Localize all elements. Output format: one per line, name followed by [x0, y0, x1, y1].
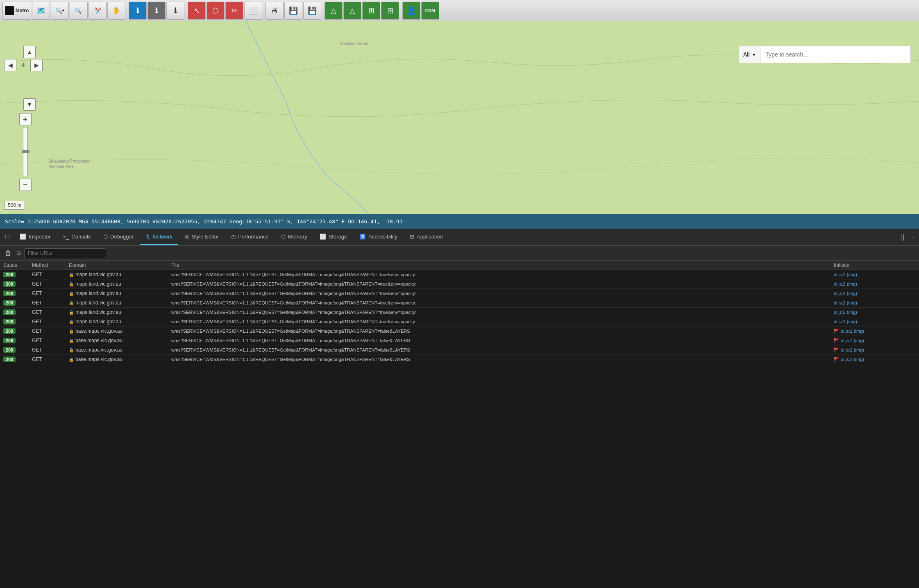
- zoom-out-btn[interactable]: 🔍-: [70, 2, 88, 20]
- network-table: Status Method Domain File Initiator 200 …: [0, 261, 919, 588]
- initiator-cell[interactable]: ol.js:2 (img): [834, 310, 916, 315]
- table-row[interactable]: 200 GET 🔒base.maps.vic.gov.au wms?SERVIC…: [0, 336, 919, 345]
- scale-label: 500 m: [8, 202, 21, 208]
- triangle1-btn[interactable]: △: [324, 2, 343, 20]
- map-background: Bríakolong Prnspector National Park Youa…: [0, 21, 919, 214]
- table-row[interactable]: 200 GET 🔒maps.land.vic.gov.au wms?SERVIC…: [0, 317, 919, 327]
- devtools-tab-bar: ⬚ ⬜ Inspector >_ Console ⬡ Debugger ⇅ Ne…: [0, 229, 919, 246]
- info-circle-white-btn[interactable]: ℹ: [166, 2, 184, 20]
- status-badge: 200: [3, 328, 32, 334]
- table-row[interactable]: 200 GET 🔒base.maps.vic.gov.au wms?SERVIC…: [0, 355, 919, 364]
- method-cell: GET: [32, 356, 69, 362]
- print-btn[interactable]: 🖨: [265, 2, 284, 20]
- initiator-cell[interactable]: ol.js:2 (img): [834, 300, 916, 305]
- initiator-cell[interactable]: ol.js:2 (img): [834, 272, 916, 277]
- grid2-btn[interactable]: ⊞: [381, 2, 399, 20]
- tab-accessibility[interactable]: ♿ Accessibility: [354, 229, 403, 245]
- grid1-btn[interactable]: ⊞: [362, 2, 380, 20]
- info-circle-blue-btn[interactable]: ℹ: [129, 2, 147, 20]
- method-cell: GET: [32, 309, 69, 315]
- method-cell: GET: [32, 319, 69, 325]
- style-editor-label: Style Editor: [192, 234, 219, 240]
- edit-pencil-btn[interactable]: ✏: [225, 2, 243, 20]
- zoom-in-btn[interactable]: 🔍+: [51, 2, 69, 20]
- nav-down-btn[interactable]: ▼: [23, 98, 36, 111]
- tab-debugger[interactable]: ⬡ Debugger: [98, 229, 139, 245]
- triangle2-btn[interactable]: △: [343, 2, 361, 20]
- person-btn[interactable]: 👤: [402, 2, 420, 20]
- initiator-cell[interactable]: ol.js:2 (img): [834, 291, 916, 296]
- arrow-select-btn[interactable]: ↖: [188, 2, 206, 20]
- status-badge: 200: [3, 309, 32, 315]
- app-label: Metro: [16, 8, 29, 14]
- domain-cell: 🔒base.maps.vic.gov.au: [69, 347, 171, 353]
- zoom-out-map-btn[interactable]: −: [19, 179, 32, 191]
- file-cell: wms?SERVICE=WMS&VERSION=1.1.1&REQUEST=Ge…: [171, 272, 834, 277]
- console-icon: >_: [63, 234, 69, 240]
- table-row[interactable]: 200 GET 🔒base.maps.vic.gov.au wms?SERVIC…: [0, 327, 919, 336]
- memory-label: Memory: [288, 234, 307, 240]
- tab-application[interactable]: ⊞ Application: [404, 229, 449, 245]
- zoom-slider[interactable]: [23, 127, 28, 176]
- table-row[interactable]: 200 GET 🔒base.maps.vic.gov.au wms?SERVIC…: [0, 345, 919, 355]
- edm-btn[interactable]: EDM: [421, 2, 439, 20]
- search-category-dropdown[interactable]: All ▼: [739, 46, 760, 63]
- method-cell: GET: [32, 281, 69, 287]
- status-bar: Scale= 1:25000 GDA2020 MGA 55:448608, 56…: [0, 214, 919, 229]
- tab-memory[interactable]: ⬡ Memory: [275, 229, 313, 245]
- app-logo-btn[interactable]: Metro: [2, 2, 31, 20]
- devtools-right-controls: || +: [899, 233, 917, 242]
- table-row[interactable]: 200 GET 🔒maps.land.vic.gov.au wms?SERVIC…: [0, 298, 919, 308]
- tab-style-editor[interactable]: ◎ Style Editor: [179, 229, 225, 245]
- pan-btn[interactable]: ✋: [107, 2, 125, 20]
- table-row[interactable]: 200 GET 🔒maps.land.vic.gov.au wms?SERVIC…: [0, 270, 919, 279]
- tab-network[interactable]: ⇅ Network: [140, 229, 178, 245]
- table-row[interactable]: 200 GET 🔒maps.land.vic.gov.au wms?SERVIC…: [0, 279, 919, 289]
- memory-icon: ⬡: [281, 234, 286, 240]
- domain-cell: 🔒base.maps.vic.gov.au: [69, 356, 171, 362]
- col-domain: Domain: [69, 262, 171, 268]
- search-input[interactable]: [760, 46, 910, 63]
- domain-cell: 🔒base.maps.vic.gov.au: [69, 328, 171, 334]
- map-area[interactable]: Bríakolong Prnspector National Park Youa…: [0, 21, 919, 214]
- zoom-in-map-btn[interactable]: +: [19, 113, 32, 125]
- nav-left-btn[interactable]: ◀: [4, 59, 16, 71]
- erase-btn[interactable]: ⬜: [244, 2, 262, 20]
- initiator-cell[interactable]: 🚩 ol.js:2 (img): [834, 357, 916, 362]
- initiator-cell[interactable]: 🚩 ol.js:2 (img): [834, 347, 916, 353]
- status-badge: 200: [3, 347, 32, 353]
- save1-btn[interactable]: 💾: [284, 2, 302, 20]
- select-btn[interactable]: ✂️: [88, 2, 107, 20]
- initiator-cell[interactable]: ol.js:2 (img): [834, 319, 916, 324]
- status-badge: 200: [3, 319, 32, 325]
- initiator-cell[interactable]: 🚩 ol.js:2 (img): [834, 329, 916, 334]
- polygon-btn[interactable]: ⬡: [206, 2, 225, 20]
- tab-console[interactable]: >_ Console: [57, 229, 97, 245]
- tab-inspector[interactable]: ⬜ Inspector: [14, 229, 56, 245]
- initiator-cell[interactable]: ol.js:2 (img): [834, 282, 916, 286]
- panel-split-btn[interactable]: ||: [899, 233, 907, 242]
- network-table-header: Status Method Domain File Initiator: [0, 261, 919, 270]
- tab-performance[interactable]: ◷ Performance: [225, 229, 274, 245]
- save2-btn[interactable]: 💾: [303, 2, 321, 20]
- file-cell: wms?SERVICE=WMS&VERSION=1.1.1&REQUEST=Ge…: [171, 347, 834, 352]
- table-row[interactable]: 200 GET 🔒maps.land.vic.gov.au wms?SERVIC…: [0, 308, 919, 317]
- filter-urls-input[interactable]: [24, 248, 106, 258]
- scale-bar: 500 m: [4, 201, 25, 210]
- nav-right-btn[interactable]: ▶: [30, 59, 43, 71]
- domain-cell: 🔒maps.land.vic.gov.au: [69, 272, 171, 277]
- tab-storage[interactable]: ⬜ Storage: [314, 229, 353, 245]
- clear-network-btn[interactable]: 🗑: [3, 249, 13, 258]
- map-cursor-btn[interactable]: 🗺️: [32, 2, 50, 20]
- info-circle-gray-btn[interactable]: ℹ: [147, 2, 166, 20]
- initiator-cell[interactable]: 🚩 ol.js:2 (img): [834, 338, 916, 343]
- filter-icon: ⊟: [16, 250, 21, 256]
- file-cell: wms?SERVICE=WMS&VERSION=1.1.1&REQUEST=Ge…: [171, 338, 834, 343]
- nav-up-btn[interactable]: ▲: [23, 46, 36, 58]
- style-editor-icon: ◎: [185, 234, 189, 240]
- status-text: Scale= 1:25000 GDA2020 MGA 55:448608, 56…: [5, 218, 403, 225]
- panel-add-btn[interactable]: +: [909, 233, 917, 242]
- table-row[interactable]: 200 GET 🔒maps.land.vic.gov.au wms?SERVIC…: [0, 289, 919, 298]
- tab-picker[interactable]: ⬚: [2, 229, 13, 245]
- file-cell: wms?SERVICE=WMS&VERSION=1.1.1&REQUEST=Ge…: [171, 319, 834, 324]
